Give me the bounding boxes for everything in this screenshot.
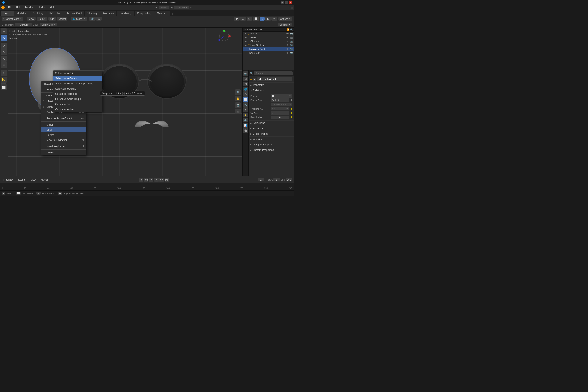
prop-data-icon[interactable]: 📊	[243, 123, 248, 128]
camera-btn[interactable]: 📷	[235, 102, 241, 108]
zoom-in-btn[interactable]: 🔍	[235, 90, 241, 95]
snap-to-grid[interactable]: Selection to Grid	[53, 71, 102, 76]
play-reverse-btn[interactable]: ◀	[149, 178, 154, 182]
up-axis-dropdown[interactable]: Z ▼	[270, 111, 289, 115]
outliner-glasses[interactable]: ▶ ▽ Glasses 👁 📷	[243, 39, 294, 43]
menu-select[interactable]: Select	[37, 17, 47, 21]
menu-object[interactable]: Object	[57, 17, 68, 21]
tracking-dot[interactable]	[290, 108, 292, 110]
prop-physics-icon[interactable]: ⚡	[243, 112, 248, 117]
collections-header[interactable]: ▶ Collections	[249, 120, 294, 126]
object-name-field[interactable]	[258, 77, 292, 82]
menu-help[interactable]: Help	[48, 6, 57, 10]
prop-object-icon[interactable]: ⬜	[243, 97, 248, 102]
prop-world-icon[interactable]: ⬡	[243, 92, 248, 97]
snap-to-cursor[interactable]: Selection to Cursor	[53, 76, 102, 81]
tab-rendering[interactable]: Rendering	[117, 11, 134, 16]
outliner-beard[interactable]: ▶ ▽ Beard 👁 📷	[243, 32, 294, 36]
maximize-button[interactable]: □	[285, 1, 288, 4]
glasses-camera[interactable]: 📷	[290, 40, 293, 42]
menu-insert-keyframe[interactable]: Insert Keyframe... I	[41, 144, 86, 149]
snap-to-active[interactable]: Selection to Active	[53, 86, 102, 91]
filter-icon[interactable]: ⊞	[291, 6, 293, 9]
close-button[interactable]: ✕	[289, 1, 292, 4]
outliner-face[interactable]: ▶ ▽ Face 👁 📷	[243, 36, 294, 39]
menu-parent[interactable]: Parent	[41, 132, 86, 138]
pan-btn[interactable]: ✋	[235, 96, 241, 102]
mode-select[interactable]: ⬡ Object Mode ▼	[2, 17, 24, 21]
rendered-btn[interactable]: ☀	[272, 17, 277, 21]
menu-snap[interactable]: Snap	[41, 127, 86, 132]
face-camera[interactable]: 📷	[290, 36, 293, 39]
pass-index-dot[interactable]	[290, 116, 292, 118]
minimize-button[interactable]: ─	[281, 1, 284, 4]
tab-sculpting[interactable]: Sculpting	[30, 11, 46, 16]
viewport[interactable]: Front Orthographic (1) Scene Collection …	[8, 28, 242, 176]
snap-cursor-keep[interactable]: Selection to Cursor (Keep Offset)	[53, 81, 102, 86]
tab-layout[interactable]: Layout	[1, 11, 14, 16]
tl-view[interactable]: View	[29, 178, 38, 182]
custom-properties-header[interactable]: ▶ Custom Properties	[249, 148, 294, 152]
cursor-tool[interactable]: ✛	[1, 28, 7, 34]
annotate-tool[interactable]: ✏	[1, 70, 7, 76]
options-btn[interactable]: Options ▼	[278, 17, 292, 21]
parent-value[interactable]: ⬜ ✏	[270, 94, 292, 98]
outliner-search-icon[interactable]: 🔍	[290, 28, 293, 31]
motion-paths-header[interactable]: ▶ Motion Paths	[249, 131, 294, 136]
outliner-mustachepoint[interactable]: • ╋ MustachePoint 👁 📷	[243, 47, 294, 51]
object-type-dropdown[interactable]: ▸	[253, 78, 256, 81]
transform-tool[interactable]: ⊞	[1, 62, 7, 68]
prop-constraints-icon[interactable]: 🔗	[243, 118, 248, 122]
menu-window[interactable]: Window	[35, 6, 48, 10]
tab-uv-editing[interactable]: UV Editing	[46, 11, 64, 16]
viewport-overlays-btn[interactable]: ⬡	[240, 17, 246, 21]
menu-add[interactable]: Add	[48, 17, 56, 21]
add-cube-tool[interactable]: ⬜	[1, 84, 7, 90]
end-frame[interactable]: 250	[286, 178, 292, 182]
outliner-filter-icon[interactable]: 🔽	[287, 28, 290, 31]
properties-search-input[interactable]	[254, 71, 293, 75]
nose-camera[interactable]: 📷	[290, 52, 293, 54]
scale-tool[interactable]: ⤡	[1, 56, 7, 62]
tl-keying[interactable]: Keying	[16, 178, 27, 182]
viewport-gizmo[interactable]: X Y Z	[218, 30, 230, 42]
move-tool[interactable]: ✥	[1, 43, 7, 49]
jump-end-btn[interactable]: ▶|	[164, 178, 169, 182]
pass-index-value[interactable]: 0	[270, 116, 289, 119]
orientation-select[interactable]: ↔ Default ▼	[15, 23, 32, 26]
add-workspace-button[interactable]: +	[172, 12, 173, 16]
cursor-to-grid[interactable]: Cursor to Grid	[53, 102, 102, 107]
menu-file[interactable]: File	[6, 6, 14, 10]
outliner-nosepoint[interactable]: • ╋ NosePoint 👁 📷	[243, 51, 294, 55]
viewport-shading[interactable]: ⬟	[234, 17, 240, 21]
parent-pick-icon[interactable]: ✏	[289, 95, 291, 97]
more-options[interactable]: Options ▼	[278, 23, 292, 26]
select-tool[interactable]: ↖	[1, 35, 7, 41]
frame-ruler[interactable]: 1 20 40 60 80 100 120 140 160 180 200 22…	[0, 183, 294, 190]
cursor-to-active[interactable]: Cursor to Active	[53, 107, 102, 112]
head-camera[interactable]: 📷	[290, 44, 293, 46]
material-btn[interactable]: ◐	[265, 17, 271, 21]
glasses-eye[interactable]: 👁	[286, 40, 289, 42]
nose-eye[interactable]: 👁	[286, 52, 289, 54]
menu-mirror[interactable]: Mirror	[41, 122, 86, 127]
cursor-to-selected[interactable]: Cursor to Selected	[53, 91, 102, 96]
wireframe-btn[interactable]: ⬜	[253, 17, 259, 21]
tl-marker[interactable]: Marker	[39, 178, 50, 182]
up-axis-dot[interactable]	[290, 112, 292, 114]
parent-type-dropdown[interactable]: Object ▼	[270, 98, 289, 102]
tab-compositing[interactable]: Compositing	[134, 11, 154, 16]
tab-shading[interactable]: Shading	[85, 11, 100, 16]
beard-camera[interactable]: 📷	[290, 32, 293, 35]
relations-header[interactable]: ▼ Relations	[249, 88, 294, 93]
tab-modeling[interactable]: Modeling	[14, 11, 30, 16]
transform-header[interactable]: ▶ Transform	[249, 82, 294, 88]
menu-rename[interactable]: Rename Active Object... F2	[41, 116, 86, 121]
snap-icon[interactable]: 🔗	[89, 17, 96, 21]
tracking-dropdown[interactable]: +Y ▼	[270, 107, 289, 110]
camera-parent-dropdown[interactable]: Camera Pare... ▼	[270, 103, 292, 106]
parent-type-dot[interactable]	[290, 99, 292, 101]
pin-icon[interactable]: 📌	[294, 78, 294, 81]
cursor-to-world[interactable]: Cursor to World Origin	[53, 96, 102, 102]
visibility-header[interactable]: ▶ Visibility	[249, 137, 294, 142]
